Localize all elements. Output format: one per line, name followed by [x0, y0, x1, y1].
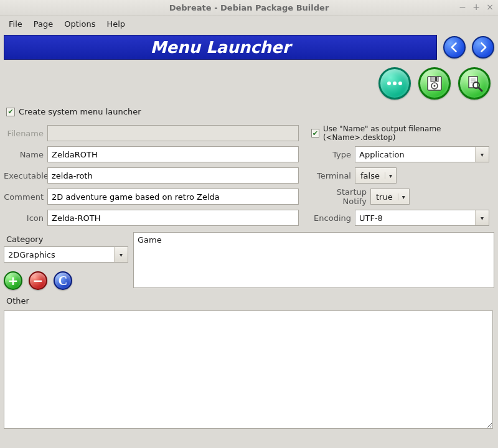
- window-title: Debreate - Debian Package Builder: [0, 3, 498, 12]
- comment-label: Comment: [4, 192, 47, 202]
- svg-point-1: [393, 82, 397, 85]
- svg-point-0: [387, 82, 391, 85]
- encoding-combo[interactable]: UTF-8 ▾: [355, 210, 489, 226]
- floppy-disk-icon: [426, 75, 443, 92]
- other-textarea[interactable]: [4, 310, 493, 429]
- category-label: Category: [4, 232, 128, 246]
- svg-line-10: [479, 88, 482, 91]
- minus-icon: −: [33, 273, 44, 288]
- use-name-filename-label: Use "Name" as output filename (<Name>.de…: [323, 124, 498, 142]
- add-category-button[interactable]: +: [4, 271, 22, 290]
- chevron-down-icon[interactable]: ▾: [398, 194, 409, 200]
- category-value: 2DGraphics: [4, 250, 114, 259]
- terminal-label: Terminal: [311, 171, 355, 180]
- page-banner: Menu Launcher: [4, 35, 437, 60]
- ellipsis-icon: [386, 80, 403, 86]
- startup-combo[interactable]: true ▾: [370, 189, 410, 205]
- save-button[interactable]: [418, 67, 451, 100]
- menu-page[interactable]: Page: [29, 18, 58, 30]
- category-combo[interactable]: 2DGraphics ▾: [4, 246, 128, 263]
- type-combo[interactable]: Application ▾: [355, 146, 489, 162]
- menu-bar: File Page Options Help: [0, 16, 498, 31]
- svg-point-2: [398, 82, 402, 85]
- category-list[interactable]: Game: [133, 232, 494, 288]
- startup-label: Startup Notify: [311, 187, 370, 206]
- executable-label: Executable: [4, 171, 47, 180]
- close-button[interactable]: ×: [486, 2, 494, 11]
- remove-category-button[interactable]: −: [29, 271, 47, 290]
- svg-rect-5: [435, 77, 437, 81]
- clear-category-button[interactable]: C: [54, 271, 72, 290]
- filename-label: Filename: [4, 129, 47, 138]
- clear-icon: C: [59, 274, 67, 288]
- arrow-right-icon: [477, 41, 489, 54]
- encoding-value: UTF-8: [355, 213, 475, 223]
- type-value: Application: [355, 150, 475, 159]
- name-input[interactable]: [47, 146, 299, 162]
- menu-help[interactable]: Help: [101, 18, 130, 30]
- svg-rect-4: [431, 77, 438, 82]
- chevron-down-icon[interactable]: ▾: [385, 172, 396, 179]
- type-label: Type: [311, 150, 355, 159]
- create-launcher-label: Create system menu launcher: [19, 107, 141, 116]
- menu-file[interactable]: File: [4, 18, 27, 30]
- next-page-button[interactable]: [472, 36, 494, 58]
- comment-input[interactable]: [47, 189, 299, 205]
- chevron-down-icon[interactable]: ▾: [114, 247, 128, 262]
- more-button[interactable]: [378, 67, 411, 100]
- filename-input: [47, 125, 299, 141]
- magnifier-page-icon: [466, 75, 483, 92]
- category-list-item: Game: [138, 235, 162, 245]
- prev-page-button[interactable]: [443, 36, 466, 58]
- page-title: Menu Launcher: [150, 38, 290, 57]
- use-name-filename-checkbox[interactable]: [311, 129, 319, 138]
- other-label: Other: [4, 294, 494, 308]
- svg-point-7: [434, 85, 436, 87]
- terminal-value: false: [355, 171, 385, 180]
- menu-options[interactable]: Options: [59, 18, 100, 30]
- chevron-down-icon[interactable]: ▾: [475, 210, 489, 225]
- arrow-left-icon: [448, 41, 461, 54]
- maximize-button[interactable]: +: [472, 2, 481, 11]
- preview-button[interactable]: [458, 67, 491, 100]
- chevron-down-icon[interactable]: ▾: [475, 147, 489, 162]
- encoding-label: Encoding: [311, 213, 355, 223]
- executable-input[interactable]: [47, 167, 299, 184]
- terminal-combo[interactable]: false ▾: [355, 167, 397, 184]
- plus-icon: +: [8, 273, 19, 288]
- minimize-button[interactable]: −: [458, 2, 467, 11]
- icon-input[interactable]: [47, 210, 299, 226]
- icon-label: Icon: [4, 213, 47, 223]
- title-bar: Debreate - Debian Package Builder − + ×: [0, 0, 498, 16]
- startup-value: true: [371, 192, 398, 202]
- create-launcher-checkbox[interactable]: [6, 108, 15, 116]
- name-label: Name: [4, 150, 47, 159]
